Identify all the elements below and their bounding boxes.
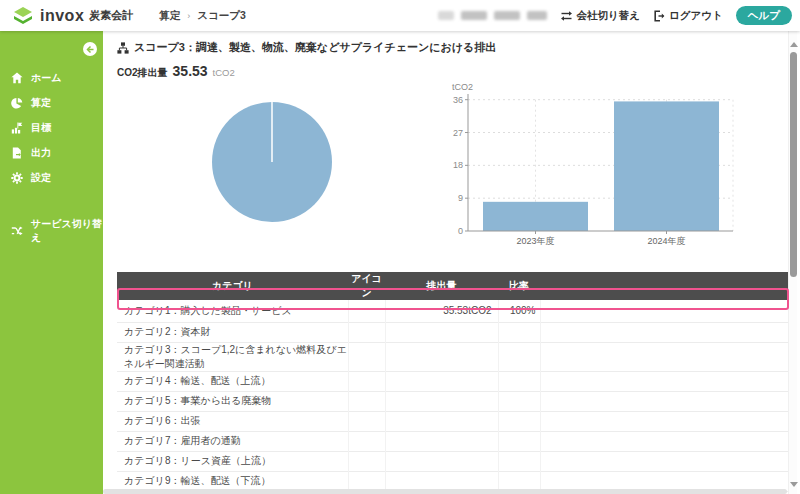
svg-text:18: 18: [453, 160, 463, 170]
redacted-text-block: [461, 11, 487, 20]
bar-chart: 091827362023年度2024年度tCO2: [448, 81, 740, 253]
col-header-category: カテゴリ: [117, 272, 348, 300]
arrow-left-icon: [86, 45, 95, 54]
scroll-up-button[interactable]: [790, 42, 798, 47]
goal-chart-icon: [11, 122, 23, 134]
home-icon: [11, 72, 23, 84]
svg-text:2023年度: 2023年度: [516, 236, 554, 246]
sidebar-item-target[interactable]: 目標: [0, 115, 103, 140]
redacted-text-block: [527, 11, 547, 20]
svg-text:27: 27: [453, 128, 463, 138]
redacted-text-block: [438, 11, 454, 20]
table-row[interactable]: カテゴリ9：輸送、配送（下流）: [117, 471, 789, 491]
redacted-user-info: [438, 11, 547, 20]
company-switch-label: 会社切り替え: [577, 9, 641, 23]
sidebar-item-label: 設定: [31, 171, 51, 185]
vertical-scrollbar-thumb[interactable]: [790, 52, 797, 277]
col-header-icon: アイコン: [348, 272, 385, 300]
emission-summary: CO2排出量 35.53 tCO2: [117, 63, 235, 80]
logout-label: ログアウト: [669, 9, 723, 23]
redacted-text-block: [494, 11, 520, 20]
emission-label: CO2排出量: [117, 66, 168, 80]
logout-button[interactable]: ログアウト: [653, 9, 723, 23]
svg-text:2024年度: 2024年度: [647, 236, 685, 246]
sidebar-item-output[interactable]: 出力: [0, 140, 103, 165]
breadcrumb: 算定 › スコープ3: [159, 9, 246, 23]
svg-text:36: 36: [453, 95, 463, 105]
pie-chart-icon: [11, 97, 23, 109]
table-row[interactable]: カテゴリ8：リース資産（上流）: [117, 451, 789, 471]
swap-arrows-icon: [560, 10, 573, 22]
table-header-row: カテゴリ アイコン 排出量 比率: [117, 272, 789, 300]
table-row[interactable]: カテゴリ1：購入した製品・サービス35.53tCO2100%: [117, 300, 789, 322]
app-logo[interactable]: invox 炭素会計: [12, 5, 133, 27]
sidebar-item-label: サービス切り替え: [31, 217, 103, 245]
page-title: スコープ3：調達、製造、物流、廃棄などサプライチェーンにおける排出: [134, 40, 496, 55]
help-button[interactable]: ヘルプ: [736, 6, 792, 25]
sidebar-item-label: 算定: [31, 96, 51, 110]
brand-suffix: 炭素会計: [89, 8, 133, 23]
pie-chart: [212, 102, 332, 222]
bar: [483, 202, 588, 231]
emission-value: 35.53: [173, 63, 208, 79]
breadcrumb-chevron-icon: ›: [187, 10, 190, 20]
vertical-scrollbar: [788, 31, 797, 494]
sidebar-item-label: ホーム: [31, 71, 61, 85]
table-row[interactable]: カテゴリ2：資本財: [117, 322, 789, 342]
category-table-body: カテゴリ1：購入した製品・サービス35.53tCO2100%カテゴリ2：資本財カ…: [117, 300, 789, 494]
gear-icon: [11, 172, 23, 184]
sidebar-item-home[interactable]: ホーム: [0, 65, 103, 90]
brand-name: invox: [40, 7, 84, 25]
shuffle-icon: [11, 225, 23, 237]
svg-text:tCO2: tCO2: [452, 82, 473, 92]
logout-icon: [653, 10, 665, 22]
sidebar-item-label: 目標: [31, 121, 51, 135]
sidebar-item-settings[interactable]: 設定: [0, 165, 103, 190]
breadcrumb-item-scope3: スコープ3: [197, 9, 246, 23]
sidebar-item-service-switch[interactable]: サービス切り替え: [0, 218, 103, 243]
sidebar-item-label: 出力: [31, 146, 51, 160]
svg-text:9: 9: [458, 193, 463, 203]
top-header: invox 炭素会計 算定 › スコープ3: [0, 0, 800, 31]
svg-text:0: 0: [458, 226, 463, 236]
document-export-icon: [11, 147, 23, 159]
bar: [614, 101, 719, 231]
scroll-down-button[interactable]: [790, 482, 798, 487]
invox-logo-icon: [12, 5, 34, 27]
col-header-ratio: 比率: [498, 272, 540, 300]
sidebar-nav: ホーム 算定: [0, 65, 103, 243]
horizontal-scrollbar[interactable]: [103, 489, 787, 494]
header-actions: 会社切り替え ログアウト ヘルプ: [438, 6, 792, 25]
main-content: スコープ3：調達、製造、物流、廃棄などサプライチェーンにおける排出 CO2排出量…: [103, 31, 800, 494]
collapse-sidebar-button[interactable]: [83, 42, 97, 56]
sidebar-item-calculation[interactable]: 算定: [0, 90, 103, 115]
category-table: カテゴリ アイコン 排出量 比率 カテゴリ1：購入した製品・サービス35.53t…: [117, 272, 789, 494]
company-switch-button[interactable]: 会社切り替え: [560, 9, 641, 23]
col-header-emission: 排出量: [385, 272, 498, 300]
table-row[interactable]: カテゴリ5：事業から出る廃棄物: [117, 391, 789, 411]
table-row[interactable]: カテゴリ7：雇用者の通勤: [117, 431, 789, 451]
col-header-empty: [540, 272, 789, 300]
bar-chart-wrap: 091827362023年度2024年度tCO2: [448, 81, 740, 257]
category-table-wrap: カテゴリ アイコン 排出量 比率 カテゴリ1：購入した製品・サービス35.53t…: [117, 272, 789, 494]
table-row[interactable]: カテゴリ6：出張: [117, 411, 789, 431]
page-title-row: スコープ3：調達、製造、物流、廃棄などサプライチェーンにおける排出: [117, 40, 496, 55]
sitemap-icon: [117, 42, 129, 54]
table-row[interactable]: カテゴリ4：輸送、配送（上流）: [117, 371, 789, 391]
table-row[interactable]: カテゴリ3：スコープ1,2に含まれない燃料及びエネルギー関連活動: [117, 342, 789, 371]
sidebar: ホーム 算定: [0, 31, 103, 494]
emission-unit: tCO2: [213, 67, 235, 78]
breadcrumb-item-calc[interactable]: 算定: [159, 9, 180, 23]
app-window: invox 炭素会計 算定 › スコープ3: [0, 0, 800, 494]
